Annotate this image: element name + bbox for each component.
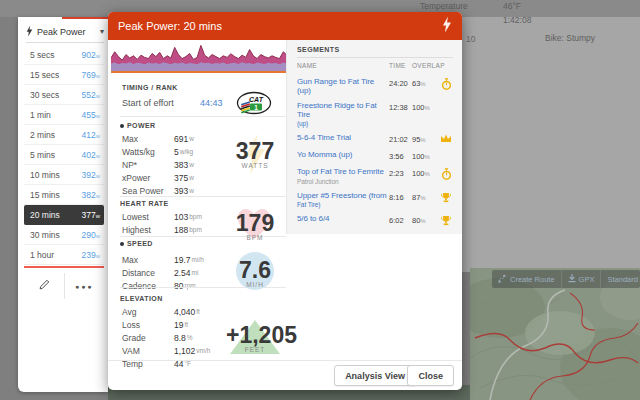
- segment-link[interactable]: Top of Fat Tire to FemritePatrol Junctio…: [297, 168, 389, 185]
- heading-text: SPEED: [127, 240, 153, 247]
- peak-power-row-5-secs[interactable]: 5 secs 902w: [24, 45, 104, 65]
- segment-overlap: 95%: [412, 134, 439, 144]
- interval-value: 290w: [81, 230, 100, 240]
- segment-row: Upper #5 Freestone (fromFat Tire) 8:16 8…: [297, 188, 459, 212]
- heart-rate-big-stat: 179 BPM: [226, 212, 284, 241]
- peak-power-row-10-mins[interactable]: 10 mins 392w: [24, 165, 104, 185]
- peak-power-row-1-min[interactable]: 1 min 455w: [24, 105, 104, 125]
- interval-value: 377w: [81, 210, 100, 220]
- segments-heading: SEGMENTS: [297, 46, 339, 53]
- power-section-heading: POWER: [120, 122, 155, 129]
- peak-power-row-5-mins[interactable]: 5 mins 402w: [24, 145, 104, 165]
- big-value: 7.6: [226, 259, 284, 281]
- peak-power-row-30-mins[interactable]: 30 mins 290w: [24, 225, 104, 245]
- background-number-fragment: 10: [466, 34, 475, 44]
- segment-time: 3:56: [389, 151, 412, 161]
- stat-unit: °F: [184, 360, 191, 367]
- stat-row: Loss 19 ft: [122, 318, 230, 331]
- col-overlap: OVERLAP: [412, 62, 442, 69]
- stat-unit: mi/h: [192, 256, 204, 263]
- dim-overlay: [470, 268, 640, 400]
- segment-link[interactable]: 5-6-4 Time Trial: [297, 134, 389, 143]
- stat-value: 19: [174, 320, 183, 330]
- stat-label: Watts/kg: [122, 147, 174, 157]
- stat-row: NP* 383 w: [122, 158, 230, 171]
- start-value[interactable]: 44:43: [200, 98, 223, 108]
- stat-value: 5: [174, 147, 179, 157]
- analysis-view-button[interactable]: Analysis View: [334, 365, 416, 386]
- section-dot: [120, 242, 124, 246]
- peak-power-dropdown[interactable]: Peak Power ▾: [26, 21, 104, 43]
- segment-link[interactable]: 5/6 to 6/4: [297, 215, 389, 224]
- stat-unit: mi: [192, 269, 199, 276]
- close-button[interactable]: Close: [407, 365, 454, 386]
- segment-link[interactable]: Yo Momma (up): [297, 151, 389, 160]
- interval-label: 10 mins: [30, 170, 60, 180]
- segment-link[interactable]: Upper #5 Freestone (fromFat Tire): [297, 192, 389, 209]
- interval-value: 382w: [81, 190, 100, 200]
- stat-row: Avg 4,040 ft: [122, 305, 230, 318]
- heading-text: HEART RATE: [120, 200, 169, 207]
- stat-label: Cadence: [122, 281, 174, 291]
- stat-label: Sea Power: [122, 186, 174, 196]
- stat-unit: w: [189, 187, 194, 194]
- interval-value: 552w: [81, 90, 100, 100]
- elevation-big-stat: +1,205 FEET: [226, 324, 284, 353]
- interval-label: 30 secs: [30, 90, 59, 100]
- stat-unit: ft: [184, 321, 188, 328]
- heart-rate-table: Lowest 103 bpmHighest 188 bpm: [122, 210, 230, 236]
- stat-value: 2.54: [174, 268, 191, 278]
- interval-value: 902w: [81, 50, 100, 60]
- speed-big-stat: 7.6 MI/H: [226, 259, 284, 288]
- stat-label: VAM: [122, 346, 174, 356]
- segment-overlap: 100%: [412, 102, 439, 112]
- stat-label: Highest: [122, 225, 174, 235]
- big-unit: MI/H: [226, 281, 284, 288]
- big-unit: FEET: [226, 346, 284, 353]
- interval-value: 412w: [81, 130, 100, 140]
- power-big-stat: 377 WATTS: [226, 140, 284, 169]
- stat-label: Max: [122, 134, 174, 144]
- stat-label: Loss: [122, 320, 174, 330]
- col-time: TIME: [389, 62, 412, 69]
- speed-section-heading: SPEED: [120, 240, 153, 247]
- stat-value: 188: [174, 225, 188, 235]
- effort-chart: [111, 40, 287, 75]
- peak-power-row-1-hour[interactable]: 1 hour 239w: [24, 245, 104, 265]
- dropdown-label: Peak Power: [37, 27, 96, 37]
- stat-row: Distance 2.54 mi: [122, 266, 230, 279]
- peak-power-row-30-secs[interactable]: 30 secs 552w: [24, 85, 104, 105]
- segment-overlap: 63%: [412, 78, 439, 88]
- stat-value: 19.7: [174, 255, 191, 265]
- stat-label: Distance: [122, 268, 174, 278]
- dialog-title: Peak Power: 20 mins: [118, 20, 442, 32]
- crown-icon: [439, 134, 453, 143]
- big-unit: WATTS: [226, 162, 284, 169]
- stat-value: 80: [174, 281, 183, 291]
- stat-label: Avg: [122, 307, 174, 317]
- segment-link[interactable]: Gun Range to Fat Tire (up): [297, 78, 389, 95]
- segment-row: 5/6 to 6/4 6:02 80%: [297, 211, 459, 229]
- peak-power-row-20-mins[interactable]: 20 mins 377w: [24, 205, 104, 225]
- svg-text:CAT: CAT: [249, 96, 264, 103]
- route-map: Create RouteGPXStandard Map: [470, 268, 640, 400]
- peak-power-row-15-mins[interactable]: 15 mins 382w: [24, 185, 104, 205]
- big-value: 179: [226, 212, 284, 234]
- segment-overlap: 87%: [412, 192, 439, 202]
- elevation-section-heading: ELEVATION: [120, 295, 163, 302]
- stat-label: Grade: [122, 333, 174, 343]
- stopwatch-icon: [439, 168, 453, 180]
- stat-value: 691: [174, 134, 188, 144]
- big-value: +1,205: [226, 324, 284, 346]
- edit-button[interactable]: [24, 273, 64, 299]
- peak-power-row-15-secs[interactable]: 15 secs 769w: [24, 65, 104, 85]
- interval-value: 239w: [81, 250, 100, 260]
- more-options-button[interactable]: ●●●: [64, 273, 105, 299]
- segments-column-headers: NAME TIME OVERLAP: [297, 62, 457, 69]
- peak-power-row-2-mins[interactable]: 2 mins 412w: [24, 125, 104, 145]
- stat-row: Lowest 103 bpm: [122, 210, 230, 223]
- stat-row: VAM 1,102 vm/h: [122, 344, 230, 357]
- heart-rate-section-heading: HEART RATE: [120, 200, 169, 207]
- segment-link[interactable]: Freestone Ridge to Fat Tire(up): [297, 102, 389, 127]
- stat-value: 383: [174, 160, 188, 170]
